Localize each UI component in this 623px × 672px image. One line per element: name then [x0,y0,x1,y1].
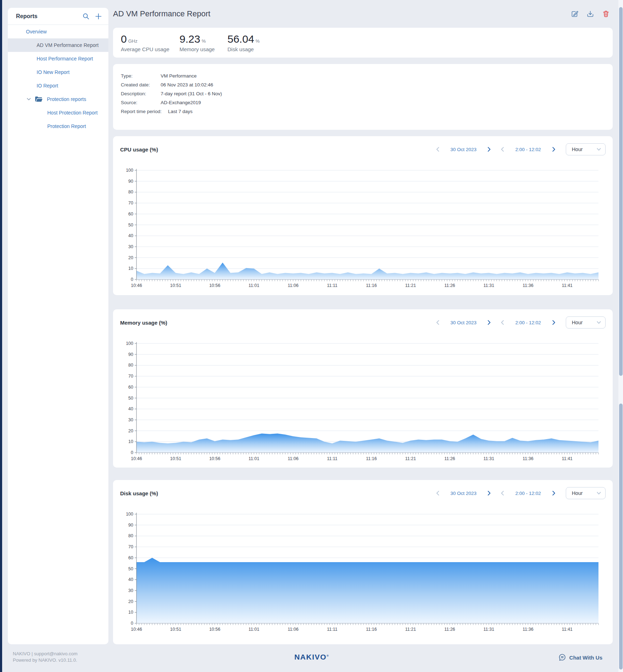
svg-text:100: 100 [126,512,133,517]
page-title: AD VM Performance Report [113,9,210,18]
svg-text:20: 20 [128,428,133,433]
svg-text:10:46: 10:46 [131,283,142,288]
svg-text:11:21: 11:21 [405,283,416,288]
scrollbar-thumb[interactable] [619,404,623,670]
next-date-button[interactable] [485,489,493,497]
stat-unit: % [202,38,206,44]
sidebar-item-ad-vm-performance-report[interactable]: AD VM Performance Report [8,38,108,52]
sidebar-item-protection-reports-folder[interactable]: Protection reports [8,92,108,106]
detail-row-source: Source: AD-Exchange2019 [121,98,605,107]
svg-text:40: 40 [128,233,133,238]
nakivo-logo: NAKIVO® [0,653,623,661]
chart-title: Disk usage (%) [120,490,158,496]
svg-text:11:41: 11:41 [562,627,573,632]
svg-text:10:46: 10:46 [131,456,142,461]
svg-text:10:56: 10:56 [209,283,220,288]
next-time-range-button[interactable] [549,489,558,497]
chart-time-range: 2:00 - 12:02 [510,147,546,152]
svg-text:10: 10 [128,610,133,615]
svg-text:10:46: 10:46 [131,627,142,632]
cpu-usage-chart-card: CPU usage (%) 30 Oct 2023 2:00 - 12:02 [113,136,613,295]
svg-text:80: 80 [128,190,133,194]
chart-time-range: 2:00 - 12:02 [510,491,546,496]
scrollbar-thumb[interactable] [619,7,623,376]
svg-text:11:31: 11:31 [483,456,494,461]
open-folder-icon [35,96,43,102]
download-report-icon[interactable] [586,10,594,18]
interval-dropdown[interactable]: Hour [566,316,606,329]
add-report-icon[interactable] [95,13,102,20]
svg-text:11:16: 11:16 [366,456,377,461]
sidebar-item-overview[interactable]: Overview [8,25,108,38]
reports-sidebar: Reports Overview AD VM Performance Repor… [8,8,108,644]
vertical-scrollbar[interactable] [618,0,623,672]
previous-time-range-button[interactable] [498,489,507,497]
svg-text:50: 50 [128,223,133,228]
delete-report-icon[interactable] [602,10,610,18]
previous-time-range-button[interactable] [498,145,507,154]
svg-text:40: 40 [128,577,133,582]
sidebar-header: Reports [8,8,108,25]
next-time-range-button[interactable] [549,318,558,327]
svg-text:10:56: 10:56 [209,456,220,461]
detail-label: Description: [121,89,161,98]
sidebar-item-label: IO New Report [37,69,70,75]
svg-text:10:51: 10:51 [170,627,181,632]
svg-text:10:51: 10:51 [170,456,181,461]
previous-date-button[interactable] [434,145,442,154]
svg-text:11:26: 11:26 [444,283,455,288]
svg-text:11:41: 11:41 [562,456,573,461]
app-footer: NAKIVO | support@nakivo.com Powered by N… [0,644,623,672]
chevron-down-icon [596,320,602,325]
next-time-range-button[interactable] [549,145,558,154]
previous-date-button[interactable] [434,318,442,327]
previous-date-button[interactable] [434,489,442,497]
svg-text:11:41: 11:41 [562,283,573,288]
svg-text:60: 60 [128,385,133,390]
chevron-down-icon[interactable] [26,97,31,102]
report-title-row: AD VM Performance Report [113,0,613,28]
stat-label: Memory usage [179,46,227,52]
detail-row-type: Type: VM Performance [121,71,605,80]
app-left-edge [0,0,2,672]
chart-date: 30 Oct 2023 [446,491,481,496]
svg-text:11:21: 11:21 [405,456,416,461]
chart-date: 30 Oct 2023 [446,147,481,152]
chat-with-us-button[interactable]: Chat With Us [558,654,602,661]
detail-label: Type: [121,71,161,80]
svg-text:11:16: 11:16 [366,627,377,632]
edit-report-icon[interactable] [571,10,579,18]
interval-dropdown[interactable]: Hour [566,487,606,499]
svg-text:20: 20 [128,599,133,604]
chart-time-range: 2:00 - 12:02 [510,320,546,325]
detail-value: 7-day report (31 Oct - 6 Nov) [161,89,222,98]
sidebar-item-label: IO Report [37,83,58,89]
sidebar-item-io-report[interactable]: IO Report [8,79,108,92]
next-date-button[interactable] [485,318,493,327]
sidebar-item-label: Protection reports [47,96,86,102]
chart-date: 30 Oct 2023 [446,320,481,325]
stat-memory-usage: 9.23 % Memory usage [179,33,227,52]
stat-unit: GHz [128,38,138,44]
interval-dropdown[interactable]: Hour [566,143,606,155]
svg-text:11:21: 11:21 [405,627,416,632]
sidebar-item-io-new-report[interactable]: IO New Report [8,65,108,79]
svg-text:11:01: 11:01 [248,456,259,461]
search-icon[interactable] [82,13,90,20]
sidebar-item-host-protection-report[interactable]: Host Protection Report [8,106,108,119]
detail-value: 06 Nov 2023 at 10:02:46 [161,80,213,89]
svg-text:11:06: 11:06 [288,627,299,632]
previous-time-range-button[interactable] [498,318,507,327]
svg-text:0: 0 [131,277,133,282]
svg-text:11:26: 11:26 [444,456,455,461]
interval-dropdown-value: Hour [572,146,582,152]
svg-text:50: 50 [128,396,133,401]
next-date-button[interactable] [485,145,493,154]
sidebar-item-host-performance-report[interactable]: Host Performance Report [8,52,108,65]
interval-dropdown-value: Hour [572,490,582,496]
detail-value: AD-Exchange2019 [161,98,201,107]
sidebar-item-protection-report[interactable]: Protection Report [8,119,108,133]
svg-text:11:11: 11:11 [327,456,337,461]
chart-title: CPU usage (%) [120,146,158,153]
detail-value: Last 7 days [168,107,193,116]
